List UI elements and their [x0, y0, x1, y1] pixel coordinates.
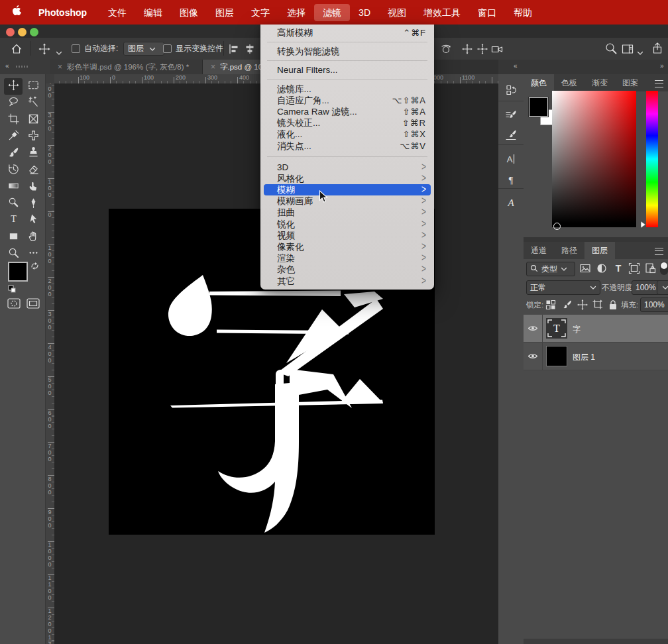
- color-panel-tab-颜色[interactable]: 颜色: [524, 74, 554, 91]
- zoom-window-button[interactable]: [30, 28, 38, 36]
- layer-visibility-eye-icon[interactable]: [524, 315, 543, 342]
- brushes-panel-icon[interactable]: [503, 127, 519, 143]
- color-panel-tab-图案[interactable]: 图案: [615, 74, 645, 91]
- history-brush-tool[interactable]: [4, 162, 23, 179]
- filter-type-layers-icon[interactable]: T: [612, 262, 624, 277]
- type-tool[interactable]: T: [4, 212, 23, 229]
- 3d-orbit-icon[interactable]: [440, 43, 452, 58]
- workspace-chevron-icon[interactable]: [637, 46, 643, 58]
- auto-select-checkbox[interactable]: [72, 44, 80, 53]
- workspace-switcher-icon[interactable]: [622, 43, 634, 58]
- default-colors-icon[interactable]: [8, 284, 16, 295]
- menu-item-像素化[interactable]: 像素化>: [264, 241, 431, 252]
- brush-settings-panel-icon[interactable]: [503, 107, 519, 123]
- gradient-tool[interactable]: [4, 179, 23, 195]
- layer-row-图层 1[interactable]: 图层 1: [524, 343, 668, 370]
- menu-item-消失点[interactable]: 消失点...⌥⌘V: [264, 140, 431, 152]
- menu-item-风格化[interactable]: 风格化>: [264, 173, 431, 184]
- menubar-item-文字[interactable]: 文字: [243, 4, 278, 21]
- layer-filter-toggle[interactable]: [660, 262, 668, 275]
- 3d-dolly-icon[interactable]: [476, 43, 488, 58]
- blend-mode-dropdown[interactable]: 正常: [526, 280, 600, 295]
- menu-item-其它[interactable]: 其它>: [264, 276, 431, 287]
- magic-wand-tool[interactable]: [24, 95, 42, 111]
- menu-item-液化[interactable]: 液化...⇧⌘X: [264, 129, 431, 140]
- filter-pixel-layers-icon[interactable]: [579, 262, 591, 277]
- menu-item-3D[interactable]: 3D>: [264, 162, 431, 173]
- color-panel-tab-色板[interactable]: 色板: [554, 74, 584, 91]
- rectangle-tool[interactable]: [4, 229, 23, 246]
- color-foreground-swatch[interactable]: [529, 97, 548, 117]
- color-panel-tab-渐变[interactable]: 渐变: [584, 74, 615, 91]
- glyphs-panel-icon[interactable]: A: [503, 195, 519, 211]
- eyedropper-tool[interactable]: [4, 129, 23, 145]
- app-title[interactable]: Photoshop: [30, 4, 95, 21]
- screen-mode-icon[interactable]: [27, 298, 40, 311]
- edit-toolbar[interactable]: [24, 246, 42, 262]
- align-left-icon[interactable]: [228, 43, 240, 58]
- pen-tool[interactable]: [24, 195, 42, 212]
- quick-mask-icon[interactable]: [7, 298, 21, 311]
- search-icon[interactable]: [605, 42, 617, 57]
- menubar-item-编辑[interactable]: 编辑: [135, 4, 171, 21]
- frame-tool[interactable]: [24, 112, 42, 129]
- smudge-tool[interactable]: [24, 179, 42, 195]
- menu-item-模糊[interactable]: 模糊>: [264, 184, 431, 195]
- lock-artboard-icon[interactable]: [592, 299, 604, 313]
- auto-select-dropdown[interactable]: 图层: [123, 42, 164, 56]
- menu-item-杂色[interactable]: 杂色>: [264, 264, 431, 275]
- 3d-pan-icon[interactable]: [461, 43, 473, 58]
- layers-panel-tab-路径[interactable]: 路径: [554, 242, 584, 259]
- menu-item-模糊画廊[interactable]: 模糊画廊>: [264, 195, 431, 207]
- dodge-tool[interactable]: [4, 195, 23, 212]
- lock-all-icon[interactable]: [607, 299, 619, 313]
- menu-item-锐化[interactable]: 锐化>: [264, 219, 431, 230]
- marquee-tool[interactable]: [24, 78, 42, 95]
- close-tab-icon[interactable]: ×: [58, 62, 62, 72]
- filter-shape-layers-icon[interactable]: [628, 262, 640, 277]
- close-window-button[interactable]: [6, 28, 15, 36]
- brush-tool[interactable]: [4, 145, 23, 162]
- character-panel-icon[interactable]: A: [503, 151, 519, 167]
- minimize-window-button[interactable]: [18, 28, 27, 36]
- layers-panel-tab-图层[interactable]: 图层: [584, 242, 615, 259]
- align-center-icon[interactable]: [244, 43, 256, 58]
- toolbar-drag-handle[interactable]: [16, 66, 29, 68]
- menu-item-转换为智能滤镜[interactable]: 转换为智能滤镜: [264, 46, 431, 57]
- eraser-tool[interactable]: [24, 162, 42, 179]
- history-panel-icon[interactable]: [503, 82, 519, 98]
- menubar-item-图像[interactable]: 图像: [171, 4, 207, 21]
- hue-slider-arrow[interactable]: [640, 219, 646, 231]
- foreground-color-swatch[interactable]: [9, 263, 27, 280]
- hand-tool[interactable]: [24, 229, 42, 246]
- opacity-chevron[interactable]: [657, 280, 668, 295]
- paragraph-panel-icon[interactable]: ¶: [503, 172, 519, 188]
- color-field-picker[interactable]: [553, 223, 561, 230]
- move-options-chevron-icon[interactable]: [56, 46, 62, 58]
- menu-item-高斯模糊[interactable]: 高斯模糊⌃⌘F: [264, 27, 431, 38]
- lock-position-icon[interactable]: [577, 299, 588, 313]
- color-panel-menu-icon[interactable]: [655, 80, 663, 87]
- layer-thumbnail[interactable]: T: [546, 318, 567, 339]
- menubar-item-文件[interactable]: 文件: [99, 4, 135, 21]
- menu-item-镜头校正[interactable]: 镜头校正...⇧⌘R: [264, 117, 431, 129]
- fill-value-box[interactable]: 100%: [640, 297, 668, 312]
- menubar-item-图层[interactable]: 图层: [207, 4, 243, 21]
- filter-smart-objects-icon[interactable]: [644, 262, 656, 277]
- home-icon[interactable]: [11, 43, 23, 58]
- close-tab-icon[interactable]: ×: [211, 62, 215, 72]
- menubar-item-滤镜[interactable]: 滤镜: [314, 4, 350, 21]
- healing-brush-tool[interactable]: [24, 129, 42, 145]
- collapse-strip-icon[interactable]: «: [514, 62, 518, 70]
- vertical-ruler[interactable]: 4 0 03 0 02 0 01 0 001 0 02 0 03 0 04 0 …: [45, 83, 55, 644]
- document-tab-1[interactable]: ×彩色半调.psd @ 196% (字, 灰色/8) *: [50, 60, 203, 74]
- crop-tool[interactable]: [4, 112, 23, 129]
- menubar-item-增效工具[interactable]: 增效工具: [415, 4, 469, 21]
- layer-visibility-eye-icon[interactable]: [524, 343, 543, 370]
- menubar-item-3D[interactable]: 3D: [350, 4, 379, 21]
- menubar-item-帮助[interactable]: 帮助: [505, 4, 541, 21]
- collapse-toolbar-icon[interactable]: «: [5, 62, 9, 70]
- expand-panels-icon[interactable]: »: [660, 62, 664, 70]
- zoom-tool[interactable]: [4, 246, 23, 262]
- layer-thumbnail[interactable]: [546, 346, 567, 366]
